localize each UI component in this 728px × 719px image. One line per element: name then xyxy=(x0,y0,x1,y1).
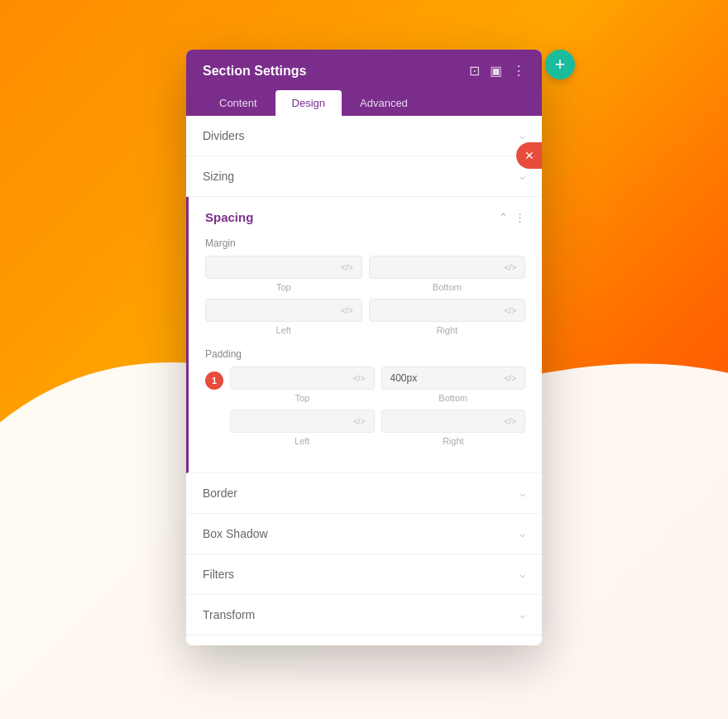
header-icons: ⊡ ▣ ⋮ xyxy=(469,63,525,79)
section-box-shadow[interactable]: Box Shadow ⌵ xyxy=(186,514,542,554)
margin-left-pair: </> Left xyxy=(205,299,362,335)
box-shadow-chevron: ⌵ xyxy=(520,528,525,539)
spacing-header: Spacing ⌃ ⋮ xyxy=(205,210,525,224)
transform-chevron: ⌵ xyxy=(520,609,525,621)
margin-left-label: Left xyxy=(205,325,362,335)
section-filters[interactable]: Filters ⌵ xyxy=(186,554,542,595)
padding-left-input[interactable] xyxy=(239,415,350,427)
padding-right-pair: </> Right xyxy=(381,410,526,446)
padding-left-label: Left xyxy=(230,436,375,446)
padding-top-wrapper[interactable]: </> xyxy=(230,367,375,390)
margin-bottom-wrapper[interactable]: </> xyxy=(369,256,526,279)
panel-body: Dividers ⌵ Sizing ⌵ Spacing ⌃ ⋮ xyxy=(186,116,542,645)
padding-bottom-pair: </> Bottom xyxy=(381,367,526,403)
section-border[interactable]: Border ⌵ xyxy=(186,473,542,514)
padding-group: Padding 1 </> Top xyxy=(205,348,525,446)
padding-right-input[interactable] xyxy=(390,415,501,427)
margin-label: Margin xyxy=(205,237,525,249)
settings-panel: ✕ Section Settings ⊡ ▣ ⋮ Content Design … xyxy=(186,50,542,645)
margin-bottom-input[interactable] xyxy=(378,261,501,273)
margin-right-icon: </> xyxy=(505,306,516,315)
more-icon[interactable]: ⋮ xyxy=(512,63,525,79)
margin-top-icon: </> xyxy=(341,263,352,272)
transform-label: Transform xyxy=(203,608,255,621)
add-button[interactable]: + xyxy=(545,50,575,79)
box-shadow-label: Box Shadow xyxy=(203,527,268,540)
margin-right-input[interactable] xyxy=(378,304,501,316)
modal-overlay: ✕ Section Settings ⊡ ▣ ⋮ Content Design … xyxy=(0,0,728,719)
dividers-label: Dividers xyxy=(203,129,245,142)
padding-right-icon: </> xyxy=(505,417,516,426)
padding-top-icon: </> xyxy=(353,374,365,383)
margin-inputs: </> Top </> Bottom xyxy=(205,256,525,335)
spacing-controls: ⌃ ⋮ xyxy=(499,211,525,223)
tab-bar: Content Design Advanced xyxy=(203,90,525,116)
margin-right-pair: </> Right xyxy=(369,299,526,335)
padding-bottom-wrapper[interactable]: </> xyxy=(381,367,526,390)
section-spacing: Spacing ⌃ ⋮ Margin </> xyxy=(186,197,542,473)
dividers-chevron: ⌵ xyxy=(520,130,525,141)
padding-top-pair: </> Top xyxy=(230,367,375,403)
margin-right-wrapper[interactable]: </> xyxy=(369,299,526,322)
section-sizing[interactable]: Sizing ⌵ xyxy=(186,156,542,197)
padding-label: Padding xyxy=(205,348,525,360)
sizing-chevron: ⌵ xyxy=(520,170,525,182)
margin-bottom-label: Bottom xyxy=(369,282,526,292)
margin-top-pair: </> Top xyxy=(205,256,362,292)
margin-top-label: Top xyxy=(205,282,362,292)
border-chevron: ⌵ xyxy=(520,487,525,499)
padding-top-label: Top xyxy=(230,393,375,403)
layout-icon[interactable]: ▣ xyxy=(490,63,502,79)
title-row: Section Settings ⊡ ▣ ⋮ xyxy=(203,63,525,79)
margin-group: Margin </> Top </> xyxy=(205,237,525,335)
padding-right-wrapper[interactable]: </> xyxy=(381,410,526,433)
margin-left-icon: </> xyxy=(341,306,352,315)
margin-top-input[interactable] xyxy=(214,261,338,273)
padding-badge: 1 xyxy=(205,371,223,390)
padding-left-pair: </> Left xyxy=(230,410,375,446)
padding-left-wrapper[interactable]: </> xyxy=(230,410,375,433)
filters-chevron: ⌵ xyxy=(520,568,525,580)
tab-advanced[interactable]: Advanced xyxy=(343,90,424,116)
sizing-label: Sizing xyxy=(203,170,234,183)
padding-right-label: Right xyxy=(381,436,526,446)
padding-left-icon: </> xyxy=(353,417,365,426)
spacing-more-icon[interactable]: ⋮ xyxy=(515,211,525,223)
section-transform[interactable]: Transform ⌵ xyxy=(186,595,542,635)
tab-content[interactable]: Content xyxy=(203,90,274,116)
margin-left-input[interactable] xyxy=(214,304,338,316)
filters-label: Filters xyxy=(203,568,234,581)
padding-inputs: </> Top </> Bottom xyxy=(230,367,525,446)
margin-right-label: Right xyxy=(369,325,526,335)
section-animation[interactable]: Animation ⌵ xyxy=(186,635,542,645)
padding-bottom-input[interactable] xyxy=(390,372,501,384)
border-label: Border xyxy=(203,487,237,500)
spacing-title: Spacing xyxy=(205,210,253,224)
padding-top-input[interactable] xyxy=(239,372,350,384)
tab-design[interactable]: Design xyxy=(275,90,342,116)
margin-bottom-icon: </> xyxy=(505,263,516,272)
margin-bottom-pair: </> Bottom xyxy=(369,256,526,292)
close-button[interactable]: ✕ xyxy=(516,142,542,169)
panel-header: Section Settings ⊡ ▣ ⋮ Content Design Ad… xyxy=(186,50,542,116)
margin-left-wrapper[interactable]: </> xyxy=(205,299,362,322)
padding-bottom-icon: </> xyxy=(505,374,516,383)
panel-title: Section Settings xyxy=(203,64,306,79)
section-dividers[interactable]: Dividers ⌵ xyxy=(186,116,542,156)
padding-bottom-label: Bottom xyxy=(381,393,526,403)
spacing-collapse-icon[interactable]: ⌃ xyxy=(499,211,508,223)
preview-icon[interactable]: ⊡ xyxy=(469,63,480,79)
margin-top-wrapper[interactable]: </> xyxy=(205,256,362,279)
